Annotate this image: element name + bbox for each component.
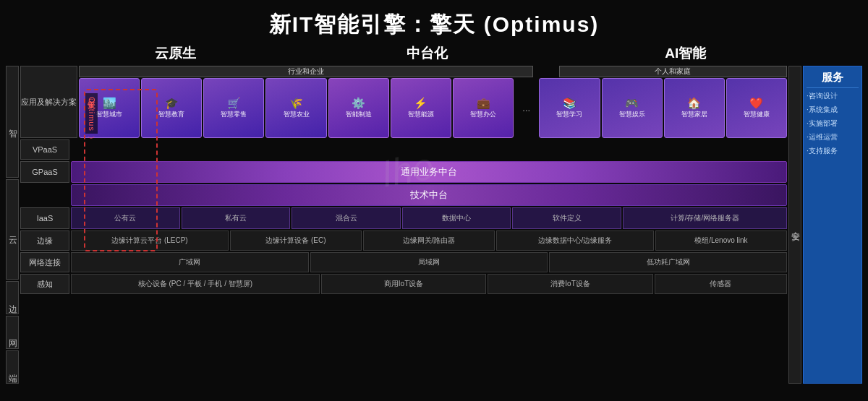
vlabel-bian: 边 — [6, 281, 19, 314]
net-cell-digonghaogyu: 低功耗广域网 — [549, 252, 787, 272]
edge-cell-gateway: 边缘网关/路由器 — [363, 230, 495, 251]
platform-tongyong: 通用业务中台 — [71, 161, 787, 183]
ganzhi-cell-commercial: 商用IoT设备 — [321, 274, 487, 294]
net-cell-juyu: 局域网 — [310, 252, 548, 272]
icon-box-zhihuixuexi: 📚 智慧学习 — [539, 78, 600, 138]
icon-box-zhihuibangong: 💼 智慧办公 — [453, 78, 514, 138]
icon-box-zhinengzhizao: ⚙️ 智能制造 — [328, 78, 389, 138]
vlabel-zhi: 智 — [6, 66, 19, 178]
icon-box-zhihuijiankang: ❤️ 智慧健康 — [726, 78, 787, 138]
iaas-cell-ruanjianding: 软件定义 — [512, 207, 621, 229]
row-label-vpaas: VPaaS — [20, 139, 69, 160]
edge-cell-ec: 边缘计算设备 (EC) — [230, 230, 362, 251]
service-item-3: ·实施部署 — [807, 118, 859, 129]
row-label-bianyuan: 边缘 — [20, 230, 69, 251]
vlabel-yun: 云 — [6, 179, 19, 280]
iaas-cell-gongyouyun: 公有云 — [71, 207, 180, 229]
pantian-label: 擎天（Optimus） — [85, 93, 98, 134]
col-header-middle: 中台化 — [258, 44, 597, 63]
service-item-1: ·咨询设计 — [807, 90, 859, 102]
main-title: 新IT智能引擎：擎天 (Optimus) — [0, 0, 868, 44]
net-cell-guangyu: 广域网 — [71, 252, 309, 272]
iaas-cell-siyouyun: 私有云 — [182, 207, 291, 229]
icon-box-zhihuinongye: 🌾 智慧农业 — [265, 78, 326, 138]
col-header-cloud: 云原生 — [94, 44, 258, 63]
service-item-5: ·支持服务 — [807, 145, 859, 157]
row-label-wangluo: 网络连接 — [20, 252, 69, 272]
service-panel: 服务 ·咨询设计 ·系统集成 ·实施部署 ·运维运营 ·支持服务 — [803, 66, 862, 384]
section-header-personal: 个人和家庭 — [559, 66, 787, 77]
icon-box-zhihuijiaoyu: 🎓 智慧教育 — [141, 78, 202, 138]
icon-box-zhihuinenyuan: ⚡ 智慧能源 — [391, 78, 451, 138]
service-panel-title: 服务 — [807, 71, 859, 88]
ganzhi-cell-sensor: 传感器 — [655, 274, 787, 294]
edge-cell-lenovo: 模组/Lenovo link — [655, 230, 787, 251]
edge-cell-lecp: 边缘计算云平台 (LECP) — [71, 230, 229, 251]
icon-box-zhihuijiaju: 🏠 智慧家居 — [664, 78, 725, 138]
service-item-4: ·运维运营 — [807, 131, 859, 143]
ganzhi-cell-consumer: 消费IoT设备 — [488, 274, 653, 294]
iaas-cell-hunheyun: 混合云 — [292, 207, 401, 229]
icon-box-zhihuiyule: 🎮 智慧娱乐 — [602, 78, 663, 138]
iaas-cell-shujuzhongxin: 数据中心 — [402, 207, 511, 229]
anquan-label: 安全 — [788, 66, 801, 384]
row-label-gpaas: GPaaS — [20, 161, 69, 183]
row-label-ganzhi: 感知 — [20, 274, 69, 294]
vlabel-wang: 网 — [6, 316, 19, 349]
row-label-yingyong: 应用及解决方案 — [20, 66, 77, 138]
edge-cell-datacenter: 边缘数据中心/边缘服务 — [496, 230, 654, 251]
section-header-industry: 行业和企业 — [79, 66, 533, 77]
ganzhi-cell-core: 核心设备 (PC / 平板 / 手机 / 智慧屏) — [71, 274, 320, 294]
platform-jishu: 技术中台 — [71, 184, 787, 206]
icon-box-zhihuilingshuo: 🛒 智慧零售 — [203, 78, 264, 138]
vlabel-duan: 端 — [6, 350, 19, 384]
row-label-iaas: IaaS — [20, 207, 69, 229]
ellipsis: ... — [515, 78, 537, 138]
service-item-2: ·系统集成 — [807, 104, 859, 116]
col-header-ai: AI智能 — [597, 44, 774, 63]
iaas-cell-compute: 计算/存储/网络服务器 — [623, 207, 787, 229]
